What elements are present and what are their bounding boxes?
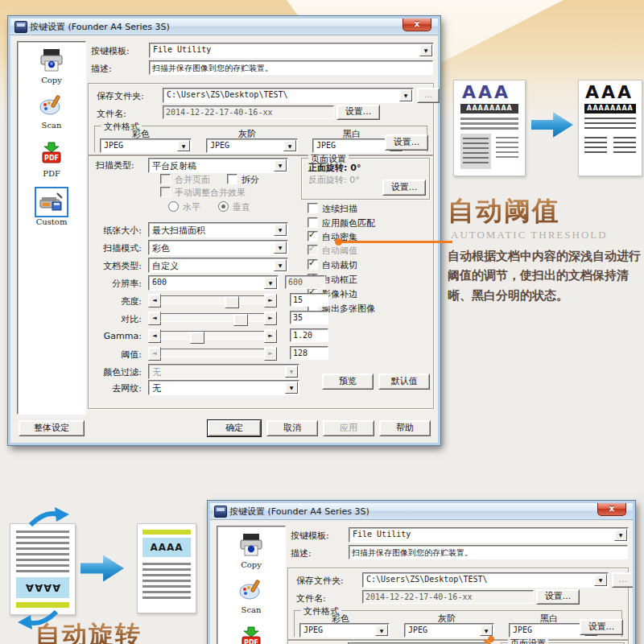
chevron-down-icon[interactable]: ▼ — [594, 574, 607, 586]
chevron-down-icon[interactable]: ▼ — [614, 529, 627, 541]
checkbox-color-matching[interactable]: 应用颜色匹配 — [308, 217, 375, 229]
title-bar[interactable]: 按键设置 (Founder A4 Series 3S) x — [10, 19, 438, 35]
close-icon[interactable]: x — [402, 19, 431, 31]
defaults-button[interactable]: 默认值 — [378, 374, 430, 390]
sidebar-item-pdf[interactable]: PDF PDF — [217, 626, 285, 644]
checkbox-merge-pages: 合并页面 — [160, 174, 210, 186]
checkbox-split[interactable]: 拆分 — [227, 174, 259, 186]
slider-right-icon[interactable]: ► — [264, 312, 277, 325]
help-button[interactable]: 帮助 — [379, 420, 431, 436]
slider-track[interactable] — [160, 313, 265, 322]
scan-mode-combobox[interactable]: 彩色 ▼ — [148, 240, 288, 255]
format-settings-button[interactable]: 设置... — [385, 134, 428, 151]
chevron-down-icon[interactable]: ▼ — [375, 625, 388, 636]
chevron-down-icon[interactable]: ▼ — [274, 242, 287, 254]
cancel-button[interactable]: 取消 — [266, 420, 318, 436]
checkbox-auto-crop[interactable]: ✓自动裁切 — [308, 259, 357, 271]
ok-button[interactable]: 确定 — [208, 420, 261, 436]
description-field[interactable]: 扫描并保存图像到您的存贮装置。 — [149, 60, 433, 75]
doc-shaded-block — [460, 134, 491, 169]
title-bar-2[interactable]: 按键设置 (Founder A4 Series 3S) x — [210, 503, 633, 520]
resolution-combobox[interactable]: 600 ▼ — [148, 275, 279, 291]
template-combobox[interactable]: File Utility ▼ — [349, 527, 629, 543]
chevron-down-icon[interactable]: ▼ — [399, 89, 412, 101]
slider-thumb[interactable] — [190, 332, 204, 344]
color-format-combobox[interactable]: JPEG ▼ — [100, 138, 192, 153]
brightness-slider[interactable]: ◄ ► — [148, 294, 277, 306]
format-settings-button[interactable]: 设置... — [580, 619, 623, 635]
rotated-text: AAAA — [25, 582, 60, 594]
color-format-value: JPEG — [303, 625, 323, 634]
preview-button[interactable]: 预览 — [322, 374, 374, 390]
apply-button: 应用 — [323, 420, 374, 436]
gray-format-combobox[interactable]: JPEG ▼ — [206, 138, 298, 153]
page-settings-button[interactable]: 设置... — [382, 180, 426, 196]
contrast-field[interactable]: 35 — [290, 311, 328, 324]
brightness-field[interactable]: 15 — [290, 293, 328, 307]
sidebar-item-custom[interactable]: Custom — [18, 188, 85, 226]
browse-button[interactable]: ... — [612, 572, 634, 588]
sidebar-item-copy[interactable]: Copy — [18, 48, 85, 85]
chevron-down-icon[interactable]: ▼ — [480, 625, 493, 636]
chevron-down-icon[interactable]: ▼ — [419, 44, 432, 56]
save-folder-combobox[interactable]: C:\Users\ZS\Desktop\TEST\ ▼ — [163, 88, 414, 103]
slider-right-icon[interactable]: ► — [264, 329, 277, 343]
rotate-before-doc: AAAA — [10, 523, 76, 615]
color-filter-combobox: 无 ▼ — [148, 364, 299, 379]
paper-size-combobox[interactable]: 最大扫描面积 ▼ — [148, 222, 288, 237]
doc-bar-text: AAAAAAAA — [460, 104, 518, 114]
printer-icon — [237, 533, 265, 557]
checkbox-box — [227, 174, 237, 184]
chevron-down-icon[interactable]: ▼ — [274, 259, 287, 271]
close-icon[interactable]: x — [597, 503, 626, 516]
save-folder-combobox[interactable]: C:\Users\ZS\Desktop\TEST\ ▼ — [362, 572, 609, 588]
checkbox-box — [308, 203, 318, 213]
brightness-label: 亮度: — [89, 295, 142, 308]
filename-field[interactable]: 2014-12-22-17-40-16-xx — [163, 105, 334, 119]
sidebar-item-scan[interactable]: Scan — [217, 578, 285, 614]
template-combobox[interactable]: File Utility ▼ — [149, 43, 434, 58]
sidebar-item-pdf[interactable]: PDF PDF — [18, 142, 85, 178]
chevron-down-icon[interactable]: ▼ — [177, 140, 190, 151]
chevron-down-icon[interactable]: ▼ — [285, 382, 298, 394]
chevron-down-icon[interactable]: ▼ — [264, 277, 277, 289]
filename-field[interactable]: 2014-12-22-17-40-16-xx — [362, 590, 534, 604]
chevron-down-icon[interactable]: ▼ — [274, 159, 287, 171]
contrast-slider[interactable]: ◄ ► — [148, 312, 277, 324]
threshold-field[interactable]: 128 — [290, 346, 328, 360]
slider-thumb[interactable] — [225, 296, 239, 308]
scan-type-combobox[interactable]: 平台反射稿 ▼ — [148, 158, 288, 173]
slider-track[interactable] — [160, 295, 265, 304]
overall-settings-button[interactable]: 整体设定 — [19, 420, 85, 436]
chevron-down-icon[interactable]: ▼ — [274, 224, 287, 236]
slider-left-icon[interactable]: ◄ — [148, 312, 161, 325]
gamma-slider[interactable]: ◄ ► — [148, 329, 277, 341]
sidebar-item-scan[interactable]: Scan — [18, 93, 85, 130]
slider-track — [160, 349, 265, 357]
descreen-combobox[interactable]: 无 ▼ — [148, 380, 299, 395]
gray-format-combobox[interactable]: JPEG ▼ — [404, 623, 494, 638]
gamma-field[interactable]: 1.20 — [290, 328, 328, 342]
checkbox-label: 自动框正 — [322, 275, 357, 285]
description-field[interactable]: 扫描并保存图像到您的存贮装置。 — [349, 545, 628, 559]
browse-button[interactable]: ... — [417, 88, 440, 103]
color-format-combobox[interactable]: JPEG ▼ — [299, 623, 390, 638]
checkbox-continuous-scan[interactable]: 连续扫描 — [308, 203, 357, 215]
filename-settings-button[interactable]: 设置... — [536, 589, 580, 605]
template-value: File Utility — [153, 45, 211, 54]
doc-type-combobox[interactable]: 自定义 ▼ — [148, 258, 288, 273]
slider-right-icon: ► — [264, 347, 277, 361]
sidebar-item-copy[interactable]: Copy — [217, 533, 285, 569]
filename-settings-button[interactable]: 设置... — [336, 105, 380, 120]
slider-left-icon[interactable]: ◄ — [148, 329, 161, 343]
chevron-down-icon[interactable]: ▼ — [283, 140, 296, 151]
threshold-label: 阈值: — [89, 349, 142, 361]
checkbox-label: 自动阈值 — [322, 246, 357, 256]
slider-track[interactable] — [160, 331, 265, 340]
slider-thumb[interactable] — [233, 314, 248, 326]
slider-right-icon[interactable]: ► — [264, 294, 277, 308]
resolution-field[interactable]: 600 — [285, 275, 325, 289]
checkbox-label: 输出多张图像 — [322, 303, 375, 314]
slider-left-icon[interactable]: ◄ — [148, 294, 161, 308]
gamma-label: Gamma: — [89, 331, 142, 341]
